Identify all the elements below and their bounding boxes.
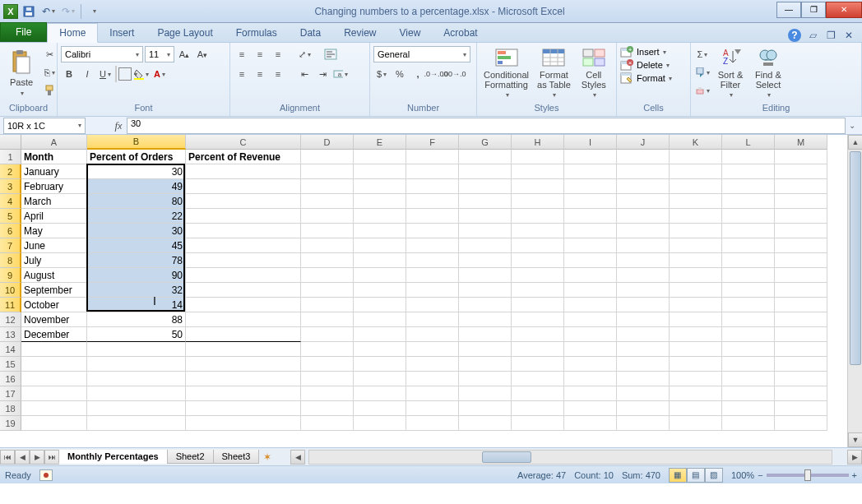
cell[interactable]: 22 (87, 209, 186, 224)
cell[interactable] (354, 298, 406, 312)
workbook-restore-icon[interactable]: ❐ (824, 29, 837, 42)
cell[interactable] (459, 194, 512, 209)
cell[interactable] (512, 194, 564, 209)
cell[interactable] (670, 268, 722, 283)
cell[interactable]: November (21, 312, 87, 327)
cell[interactable] (670, 164, 722, 179)
cell[interactable] (186, 416, 301, 431)
cell[interactable] (186, 179, 301, 194)
cell[interactable] (354, 179, 406, 194)
cell[interactable] (512, 357, 564, 372)
align-bottom-button[interactable]: ≡ (270, 46, 286, 62)
select-all-corner[interactable] (0, 135, 21, 150)
cell[interactable] (354, 312, 406, 327)
cell[interactable] (186, 386, 301, 401)
cell[interactable] (775, 253, 827, 268)
cell[interactable]: Percent of Revenue (186, 150, 301, 164)
cell[interactable] (775, 298, 827, 312)
cell[interactable] (722, 298, 775, 312)
cell[interactable] (722, 312, 775, 327)
cell[interactable]: 45 (87, 238, 186, 253)
cell[interactable] (301, 164, 354, 179)
cell[interactable] (87, 401, 186, 416)
cell[interactable] (21, 416, 87, 431)
column-header[interactable]: F (406, 135, 459, 150)
tab-view[interactable]: View (388, 24, 433, 42)
cell[interactable] (301, 283, 354, 298)
row-header[interactable]: 3 (0, 179, 21, 194)
row-header[interactable]: 10 (0, 283, 21, 298)
cell[interactable] (512, 283, 564, 298)
cell[interactable] (670, 386, 722, 401)
paste-button[interactable]: Paste▾ (3, 46, 39, 100)
minimize-button[interactable]: — (776, 2, 801, 18)
row-header[interactable]: 12 (0, 312, 21, 327)
cell[interactable] (406, 268, 459, 283)
column-header[interactable]: H (512, 135, 564, 150)
tab-insert[interactable]: Insert (98, 24, 146, 42)
column-header[interactable]: C (186, 135, 301, 150)
cell[interactable] (186, 164, 301, 179)
cell[interactable] (354, 416, 406, 431)
cell[interactable] (670, 416, 722, 431)
format-as-table-button[interactable]: Format as Table▾ (534, 46, 574, 100)
cell[interactable] (775, 283, 827, 298)
cell[interactable] (406, 238, 459, 253)
cell[interactable]: Percent of Orders (87, 150, 186, 164)
cell[interactable] (670, 298, 722, 312)
cell[interactable] (354, 401, 406, 416)
cell[interactable] (512, 224, 564, 238)
cell[interactable] (406, 179, 459, 194)
cell[interactable] (186, 194, 301, 209)
cell[interactable] (354, 150, 406, 164)
cell[interactable] (564, 224, 617, 238)
cell[interactable] (775, 150, 827, 164)
cell[interactable]: 14 (87, 298, 186, 312)
zoom-out-button[interactable]: − (758, 470, 762, 480)
cell[interactable] (775, 312, 827, 327)
cell[interactable] (186, 253, 301, 268)
cell[interactable] (670, 238, 722, 253)
cell[interactable] (722, 327, 775, 342)
cell[interactable]: October (21, 298, 87, 312)
cell[interactable] (301, 268, 354, 283)
row-header[interactable]: 11 (0, 298, 21, 312)
cell[interactable] (670, 179, 722, 194)
cell[interactable] (617, 209, 670, 224)
cell[interactable] (301, 342, 354, 357)
cell[interactable] (459, 372, 512, 386)
cell[interactable] (301, 194, 354, 209)
cell[interactable] (459, 209, 512, 224)
cell[interactable] (617, 298, 670, 312)
cell[interactable] (722, 150, 775, 164)
align-center-button[interactable]: ≡ (252, 66, 268, 82)
cell[interactable] (512, 253, 564, 268)
cell[interactable] (722, 416, 775, 431)
cell[interactable] (87, 416, 186, 431)
cell[interactable] (186, 209, 301, 224)
tab-review[interactable]: Review (332, 24, 387, 42)
column-header[interactable]: B (87, 135, 186, 150)
cell[interactable] (512, 238, 564, 253)
cell[interactable] (775, 372, 827, 386)
increase-indent-button[interactable]: ⇥ (314, 66, 331, 82)
cell[interactable] (775, 268, 827, 283)
cell[interactable] (722, 357, 775, 372)
cell[interactable] (354, 209, 406, 224)
cell[interactable] (406, 386, 459, 401)
cell[interactable] (670, 357, 722, 372)
cell[interactable] (617, 283, 670, 298)
row-header[interactable]: 4 (0, 194, 21, 209)
sheet-nav-first[interactable]: ⏮ (0, 450, 15, 465)
cell[interactable]: March (21, 194, 87, 209)
cell[interactable] (354, 224, 406, 238)
workbook-close-icon[interactable]: ✕ (842, 29, 855, 42)
column-header[interactable]: D (301, 135, 354, 150)
cell[interactable] (775, 179, 827, 194)
sheet-nav-last[interactable]: ⏭ (44, 450, 59, 465)
row-header[interactable]: 1 (0, 150, 21, 164)
delete-cells-button[interactable]: ×Delete▾ (620, 59, 672, 71)
file-tab[interactable]: File (0, 22, 47, 42)
name-box[interactable]: 10R x 1C▾ (3, 118, 86, 134)
cell[interactable] (186, 298, 301, 312)
